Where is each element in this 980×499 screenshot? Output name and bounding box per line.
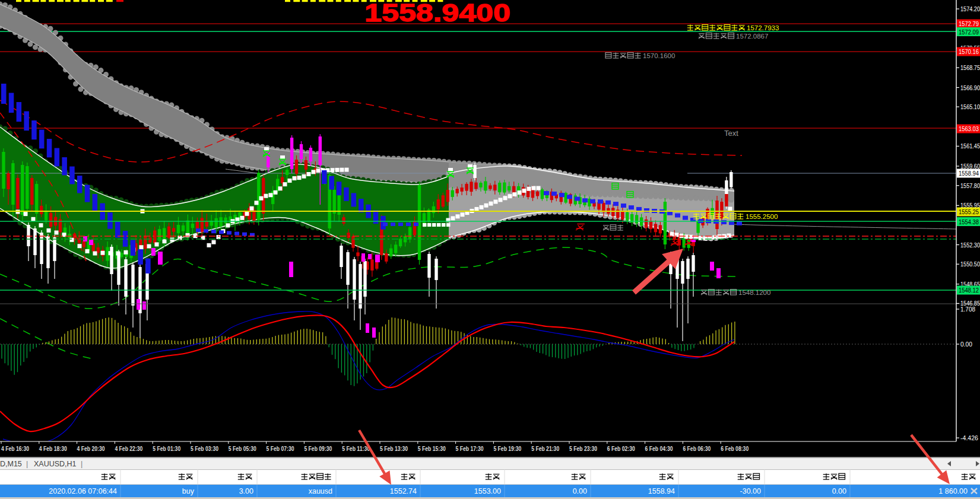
svg-text:1572.0867: 1572.0867 bbox=[736, 33, 768, 40]
svg-text:1554.38: 1554.38 bbox=[959, 218, 979, 225]
svg-text:1552.30: 1552.30 bbox=[960, 241, 980, 249]
svg-text:|: | bbox=[26, 460, 28, 468]
svg-text:4 Feb 16:30: 4 Feb 16:30 bbox=[1, 445, 29, 452]
svg-text:1572.79: 1572.79 bbox=[959, 20, 979, 27]
svg-text:5 Feb 11:30: 5 Feb 11:30 bbox=[342, 445, 370, 452]
svg-text:1558.94: 1558.94 bbox=[959, 170, 979, 177]
svg-text:1552.74: 1552.74 bbox=[390, 487, 417, 495]
svg-text:5 Feb 05:30: 5 Feb 05:30 bbox=[229, 445, 256, 452]
svg-text:xauusd: xauusd bbox=[309, 487, 332, 495]
svg-text:1548.12: 1548.12 bbox=[959, 287, 979, 294]
svg-text:5 Feb 19:30: 5 Feb 19:30 bbox=[493, 445, 521, 452]
svg-text:1561.45: 1561.45 bbox=[960, 142, 980, 150]
svg-text:3.00: 3.00 bbox=[239, 487, 253, 495]
svg-text:1.708: 1.708 bbox=[960, 306, 975, 313]
svg-text:0.00: 0.00 bbox=[573, 487, 587, 495]
svg-text:5 Feb 03:30: 5 Feb 03:30 bbox=[191, 445, 218, 452]
svg-text:5 Feb 15:30: 5 Feb 15:30 bbox=[418, 445, 446, 452]
svg-text:2020.02.06 07:06:44: 2020.02.06 07:06:44 bbox=[49, 487, 117, 495]
svg-text:4 Feb 22:30: 4 Feb 22:30 bbox=[115, 445, 142, 452]
svg-text:1568.75: 1568.75 bbox=[960, 64, 980, 71]
svg-text:1 860.00: 1 860.00 bbox=[938, 487, 968, 495]
svg-text:1555.25: 1555.25 bbox=[959, 208, 979, 215]
svg-text:D,M15: D,M15 bbox=[0, 460, 22, 468]
svg-text:1555.2500: 1555.2500 bbox=[746, 213, 778, 220]
svg-text:XAUUSD,H1: XAUUSD,H1 bbox=[34, 460, 77, 468]
svg-text:1572.09: 1572.09 bbox=[959, 28, 979, 36]
svg-text:4 Feb 20:30: 4 Feb 20:30 bbox=[77, 445, 105, 452]
svg-text:1566.90: 1566.90 bbox=[960, 84, 980, 91]
svg-text:1565.10: 1565.10 bbox=[960, 103, 980, 110]
svg-text:5 Feb 21:30: 5 Feb 21:30 bbox=[531, 445, 559, 452]
svg-text:1572.7933: 1572.7933 bbox=[747, 24, 779, 31]
svg-text:-30.00: -30.00 bbox=[740, 487, 761, 495]
svg-text:5 Feb 09:30: 5 Feb 09:30 bbox=[304, 445, 332, 452]
svg-text:1559.60: 1559.60 bbox=[960, 163, 980, 170]
svg-text:Text: Text bbox=[724, 129, 738, 138]
svg-text:1563.03: 1563.03 bbox=[959, 125, 979, 132]
svg-text:5 Feb 13:30: 5 Feb 13:30 bbox=[380, 445, 408, 452]
svg-text:6 Feb 04:30: 6 Feb 04:30 bbox=[645, 445, 673, 452]
svg-text:5 Feb 23:30: 5 Feb 23:30 bbox=[569, 445, 597, 452]
svg-text:4 Feb 18:30: 4 Feb 18:30 bbox=[39, 445, 67, 452]
svg-text:0.00: 0.00 bbox=[832, 487, 846, 495]
svg-text:buy: buy bbox=[182, 487, 195, 495]
svg-text:1550.50: 1550.50 bbox=[960, 260, 980, 268]
svg-text:-4.426: -4.426 bbox=[960, 434, 978, 441]
svg-text:1553.00: 1553.00 bbox=[474, 487, 501, 495]
svg-text:0.00: 0.00 bbox=[960, 341, 972, 348]
svg-text:6 Feb 02:30: 6 Feb 02:30 bbox=[607, 445, 635, 452]
svg-text:1558.94: 1558.94 bbox=[648, 487, 675, 495]
svg-text:6 Feb 08:30: 6 Feb 08:30 bbox=[721, 445, 749, 452]
svg-text:5 Feb 01:30: 5 Feb 01:30 bbox=[153, 445, 180, 452]
svg-text:|: | bbox=[81, 460, 83, 468]
svg-text:1548.1200: 1548.1200 bbox=[738, 289, 770, 296]
svg-text:6 Feb 06:30: 6 Feb 06:30 bbox=[683, 445, 711, 452]
svg-text:5 Feb 17:30: 5 Feb 17:30 bbox=[456, 445, 484, 452]
svg-text:1570.1600: 1570.1600 bbox=[643, 52, 675, 59]
svg-text:5 Feb 07:30: 5 Feb 07:30 bbox=[267, 445, 294, 452]
svg-text:1557.80: 1557.80 bbox=[960, 182, 980, 189]
svg-text:1574.20: 1574.20 bbox=[960, 5, 980, 12]
svg-text:1570.16: 1570.16 bbox=[959, 48, 979, 55]
svg-text:1558.9400: 1558.9400 bbox=[364, 0, 510, 27]
